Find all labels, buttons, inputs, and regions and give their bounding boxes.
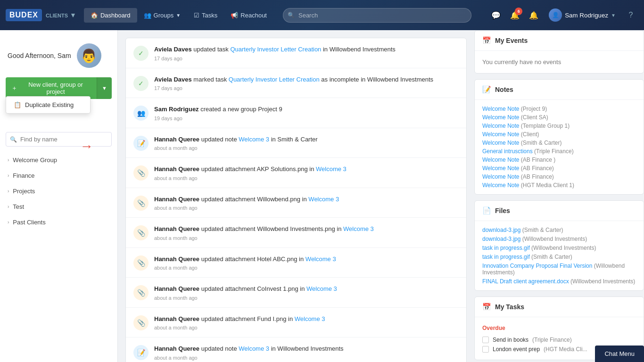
my-events-body: You currently have no events: [475, 51, 644, 73]
activity-time: about a month ago: [154, 205, 459, 211]
note-link[interactable]: General intrusctions: [482, 148, 533, 155]
activity-link[interactable]: Welcome 3: [306, 285, 337, 292]
file-item: FINAL Draft client agreement.docx (Willo…: [482, 278, 636, 285]
calendar-icon: 📅: [482, 36, 491, 45]
groups-dropdown-icon: ▼: [176, 13, 181, 18]
sidebar-greeting: Good Afternoon, Sam 👨: [0, 38, 117, 77]
note-item: General intrusctions (Triple Finance): [482, 148, 636, 155]
activity-body: Aviela Daves updated task Quarterly Inve…: [154, 45, 459, 61]
activity-link[interactable]: Quarterly Investor Letter Creation: [229, 76, 320, 83]
chevron-icon: ›: [8, 220, 9, 225]
activity-link[interactable]: Welcome 3: [295, 315, 325, 322]
sidebar-item-finance[interactable]: › Finance: [0, 168, 117, 183]
note-link[interactable]: Welcome Note: [482, 182, 519, 189]
username-label: Sam Rodriguez: [565, 12, 608, 19]
note-link[interactable]: Welcome Note: [482, 123, 519, 129]
layout: Good Afternoon, Sam 👨 ＋ New client, grou…: [0, 0, 644, 362]
file-link[interactable]: task in progress.gif: [482, 245, 530, 251]
search-input[interactable]: [283, 8, 471, 23]
note-link[interactable]: Welcome Note: [482, 114, 519, 121]
file-link[interactable]: download-3.jpg: [482, 236, 520, 242]
new-client-dropdown-btn[interactable]: ▼: [97, 77, 112, 99]
sidebar-item-projects[interactable]: › Projects: [0, 183, 117, 199]
activity-item: 📝 Hannah Queree updated note Welcome 3 i…: [126, 337, 466, 362]
activity-link[interactable]: Welcome 3: [305, 255, 336, 263]
activity-link[interactable]: Welcome 3: [343, 225, 374, 232]
tasks-panel-icon: 📅: [482, 303, 491, 311]
my-events-header: 📅 My Events: [475, 31, 644, 51]
note-link[interactable]: Welcome Note: [482, 156, 519, 163]
file-context: (Willowbend Investments): [522, 236, 587, 242]
sidebar-item-label: Finance: [13, 172, 110, 179]
sidebar-search-input[interactable]: [6, 132, 112, 147]
task-checkbox[interactable]: [482, 337, 489, 343]
note-context: (Template Group 1): [521, 123, 570, 129]
user-dropdown-icon: ▼: [611, 13, 616, 18]
task-link[interactable]: Send in books: [493, 337, 528, 343]
files-body: download-3.jpg (Smith & Carter)download-…: [475, 221, 644, 290]
nav-dashboard[interactable]: 🏠 Dashboard: [84, 8, 137, 23]
note-link[interactable]: Welcome Note: [482, 173, 519, 180]
activity-link[interactable]: Quarterly Investor Letter Creation: [230, 46, 321, 53]
note-link[interactable]: Welcome Note: [482, 131, 519, 138]
file-item: download-3.jpg (Smith & Carter): [482, 227, 636, 233]
note-item: Welcome Note (Client SA): [482, 114, 636, 121]
note-link[interactable]: Welcome Note: [482, 165, 519, 172]
sidebar-item-test[interactable]: › Test: [0, 199, 117, 214]
sidebar-search-icon: 🔍: [10, 136, 17, 143]
file-link[interactable]: task in progress.gif: [482, 254, 530, 260]
nav-tasks[interactable]: ☑ Tasks: [187, 8, 224, 23]
brand-caret[interactable]: ▼: [70, 11, 76, 19]
activity-text: Hannah Queree updated attachment Hotel A…: [154, 255, 459, 264]
duplicate-existing-item[interactable]: 📋 Duplicate Existing: [6, 97, 90, 113]
sidebar-item-welcome-group[interactable]: › Welcome Group: [0, 152, 117, 168]
note-context: (Triple Finance): [534, 148, 574, 155]
chevron-icon: ›: [8, 204, 9, 209]
activity-link[interactable]: Welcome 3: [239, 345, 269, 352]
chat-icon-btn[interactable]: 💬: [488, 8, 504, 23]
chat-menu-btn[interactable]: Chat Menu: [595, 346, 644, 362]
file-link[interactable]: FINAL Draft client agreement.docx: [482, 278, 569, 285]
activity-icon: ✓: [133, 76, 149, 91]
activity-link[interactable]: Welcome 3: [316, 165, 347, 173]
notes-title: Notes: [495, 86, 513, 93]
nav-reachout[interactable]: 📢 Reachout: [224, 8, 273, 23]
activity-icon: 📝: [133, 345, 149, 360]
file-link[interactable]: Innovation Company Proposal Final Versio…: [482, 263, 592, 269]
activity-feed: ✓ Aviela Daves updated task Quarterly In…: [125, 38, 467, 362]
note-item: Welcome Note (Template Group 1): [482, 123, 636, 129]
my-tasks-title: My Tasks: [495, 303, 524, 311]
note-item: Welcome Note (Smith & Carter): [482, 140, 636, 146]
activity-body: Hannah Queree updated attachment Fund I.…: [154, 314, 459, 331]
activity-time: 17 days ago: [154, 56, 459, 61]
activity-icon: 📎: [133, 225, 149, 240]
activity-icon: ✓: [133, 46, 149, 61]
bell-btn[interactable]: 🔔: [526, 8, 541, 23]
note-link[interactable]: Welcome Note: [482, 140, 519, 146]
note-link[interactable]: Welcome Note: [482, 106, 519, 112]
my-events-title: My Events: [495, 37, 528, 44]
activity-link[interactable]: Welcome 3: [308, 196, 339, 203]
task-checkbox[interactable]: [482, 346, 489, 353]
activity-time: about a month ago: [154, 265, 459, 271]
file-link[interactable]: download-3.jpg: [482, 227, 520, 233]
files-list: download-3.jpg (Smith & Carter)download-…: [482, 227, 636, 285]
activity-item: 📎 Hannah Queree updated attachment AKP S…: [126, 158, 466, 188]
nav-groups[interactable]: 👥 Groups ▼: [137, 8, 188, 23]
activity-time: about a month ago: [154, 295, 459, 301]
red-arrow-indicator: ←: [80, 140, 93, 155]
note-item: Welcome Note (Project 9): [482, 106, 636, 112]
file-context: (Smith & Carter): [531, 254, 572, 260]
brand-logo[interactable]: BUDEX CLIENTS ▼: [6, 9, 76, 21]
sidebar-item-past-clients[interactable]: › Past Clients: [0, 214, 117, 230]
task-link[interactable]: London event prep: [493, 346, 540, 353]
activity-link[interactable]: Welcome 3: [239, 136, 269, 143]
brand-name: BUDEX: [9, 11, 38, 19]
help-btn[interactable]: ?: [623, 8, 638, 23]
notifications-btn[interactable]: 🔔 6: [507, 8, 522, 23]
user-avatar: 👤: [549, 8, 562, 22]
user-menu-btn[interactable]: 👤 Sam Rodriguez ▼: [545, 7, 619, 24]
activity-icon: 👥: [133, 106, 149, 121]
sidebar: Good Afternoon, Sam 👨 ＋ New client, grou…: [0, 30, 118, 362]
activity-time: about a month ago: [154, 175, 459, 181]
